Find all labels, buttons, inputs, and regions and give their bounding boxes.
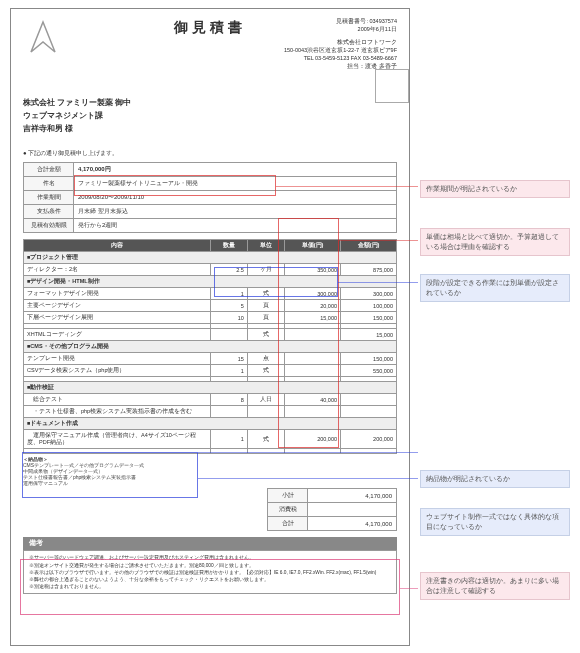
valid-period: 発行から2週間	[74, 219, 397, 233]
cell-unit: 人日	[247, 394, 284, 406]
section-header: ■動作検証	[24, 382, 397, 394]
cell-qty: 1	[210, 365, 247, 377]
period-label: 作業期間	[24, 191, 74, 205]
cell-qty	[210, 329, 247, 341]
cell-amt: 150,000	[341, 353, 397, 365]
document-title: 御見積書	[174, 19, 246, 37]
tax-label: 消費税	[268, 503, 308, 517]
vendor-addr2: TEL 03-5459-5123 FAX 03-5489-6667	[284, 54, 397, 62]
comment-notes: 注意書きの内容は適切か。あまりに多い場合は注意して確認する	[420, 572, 570, 600]
date: 2009年6月11日	[284, 25, 397, 33]
cell-desc: 運用保守マニュアル作成（管理者向け、A4サイズ10ページ程度、PDF納品）	[24, 430, 211, 449]
cell-amt: 100,000	[341, 300, 397, 312]
line-item: テンプレート開発15点150,000	[24, 353, 397, 365]
line-items-table: 内容 数量 単位 単価(円) 金額(円) ■プロジェクト管理ディレクター：2名2…	[23, 239, 397, 454]
cell-price: 20,000	[285, 300, 341, 312]
line-item: 総合テスト8人日40,000	[24, 394, 397, 406]
cell-price: 15,000	[285, 312, 341, 324]
total-label: 合計金額	[24, 163, 74, 177]
comment-deliv: 納品物が明記されているか	[420, 470, 570, 488]
cell-amt: 15,000	[341, 329, 397, 341]
note-line: ※別途税は含まれておりません。	[29, 583, 391, 590]
client-dept: ウェブマネジメント課	[23, 110, 397, 123]
quotation-document: 御見積書 見積書番号: 034937574 2009年6月11日 株式会社ロフト…	[10, 8, 410, 646]
cell-unit: 式	[247, 365, 284, 377]
notes-body: ※サーバー等のハードウェア調達、およびサーバー設定費用及びホスティング費用は含ま…	[23, 550, 397, 594]
project-name: ファミリー製薬様サイトリニューアル・開発	[74, 177, 397, 191]
header-right: 見積書番号: 034937574 2009年6月11日 株式会社ロフトワーク 1…	[284, 17, 397, 71]
section-title: ■動作検証	[24, 382, 397, 394]
cell-unit: 点	[247, 353, 284, 365]
section-title: ■CMS・その他プログラム開発	[24, 341, 397, 353]
cell-price	[285, 329, 341, 341]
totals-table: 小計4,170,000 消費税 合計4,170,000	[267, 488, 397, 531]
cell-unit: 頁	[247, 312, 284, 324]
deliverable-item: 運用保守マニュアル	[23, 480, 397, 486]
cell-desc: XHTMLコーディング	[24, 329, 211, 341]
cell-price	[285, 406, 341, 418]
cell-unit: 式	[247, 288, 284, 300]
subtotal-label: 小計	[268, 489, 308, 503]
hdr-qty: 数量	[210, 240, 247, 252]
summary-table: 合計金額4,170,000円 件名ファミリー製薬様サイトリニューアル・開発 作業…	[23, 162, 397, 233]
vendor-company: 株式会社ロフトワーク	[284, 38, 397, 46]
line-item: 下層ページデザイン展開10頁15,000150,000	[24, 312, 397, 324]
cell-unit: 頁	[247, 300, 284, 312]
section-header: ■デザイン開発・HTML制作	[24, 276, 397, 288]
notes-block: 備考 ※サーバー等のハードウェア調達、およびサーバー設定費用及びホスティング費用…	[23, 537, 397, 594]
project-period: 2009/08/20〜2009/11/10	[74, 191, 397, 205]
client-block: 株式会社 ファミリー製薬 御中 ウェブマネジメント課 吉祥寺和男 様	[23, 97, 397, 135]
section-header: ■プロジェクト管理	[24, 252, 397, 264]
cell-amt	[341, 394, 397, 406]
line-item	[24, 449, 397, 454]
comment-stepped: 段階が設定できる作業には別単価が設定されているか	[420, 274, 570, 302]
cell-amt: 150,000	[341, 312, 397, 324]
cell-qty: 2.5	[210, 264, 247, 276]
hdr-desc: 内容	[24, 240, 211, 252]
cell-unit: 式	[247, 430, 284, 449]
cell-amt: 550,000	[341, 365, 397, 377]
deliverables-block: ＜納品物＞ CMSテンプレート一式／その他プログラムデータ一式中間成果物（デザイ…	[23, 456, 397, 486]
cell-qty: 10	[210, 312, 247, 324]
cell-desc: 総合テスト	[24, 394, 211, 406]
cell-qty: 8	[210, 394, 247, 406]
cell-amt: 300,000	[341, 288, 397, 300]
cell-unit	[247, 449, 284, 454]
cell-price: 300,000	[285, 288, 341, 300]
cell-amt: 875,000	[341, 264, 397, 276]
cell-price: 40,000	[285, 394, 341, 406]
quote-number: 見積書番号: 034937574	[284, 17, 397, 25]
pay-label: 支払条件	[24, 205, 74, 219]
line-item: XHTMLコーディング式15,000	[24, 329, 397, 341]
section-title: ■ドキュメント作成	[24, 418, 397, 430]
section-title: ■デザイン開発・HTML制作	[24, 276, 397, 288]
vendor-addr1: 150-0043渋谷区道玄坂1-22-7 道玄坂ピア9F	[284, 46, 397, 54]
cell-qty: 15	[210, 353, 247, 365]
tax-value	[308, 503, 397, 517]
cell-qty: 5	[210, 300, 247, 312]
pay-terms: 月末締 翌月末振込	[74, 205, 397, 219]
cell-price	[285, 353, 341, 365]
cell-qty	[210, 449, 247, 454]
cell-desc: テンプレート開発	[24, 353, 211, 365]
line-item: フォーマットデザイン開発1式300,000300,000	[24, 288, 397, 300]
company-logo	[23, 17, 63, 57]
section-header: ■CMS・その他プログラム開発	[24, 341, 397, 353]
stamp-box	[375, 69, 409, 103]
client-person: 吉祥寺和男 様	[23, 123, 397, 136]
cell-desc: フォーマットデザイン開発	[24, 288, 211, 300]
cell-desc: CSVデータ検索システム（php使用）	[24, 365, 211, 377]
cell-amt: 200,000	[341, 430, 397, 449]
cell-qty: 1	[210, 430, 247, 449]
cell-qty: 1	[210, 288, 247, 300]
hdr-unit: 単位	[247, 240, 284, 252]
comment-period: 作業期間が明記されているか	[420, 180, 570, 198]
line-item: CSVデータ検索システム（php使用）1式550,000	[24, 365, 397, 377]
subtotal-value: 4,170,000	[308, 489, 397, 503]
comment-specific: ウェブサイト制作一式ではなく具体的な項目になっているか	[420, 508, 570, 536]
valid-label: 見積有効期限	[24, 219, 74, 233]
cell-amt	[341, 406, 397, 418]
lead-text: ● 下記の通り御見積申し上げます。	[23, 149, 397, 158]
note-line: ※弊社の都合上過ぎることのないようよう、十分な余裕をもってチェック・リクエストを…	[29, 576, 391, 583]
cell-desc	[24, 449, 211, 454]
